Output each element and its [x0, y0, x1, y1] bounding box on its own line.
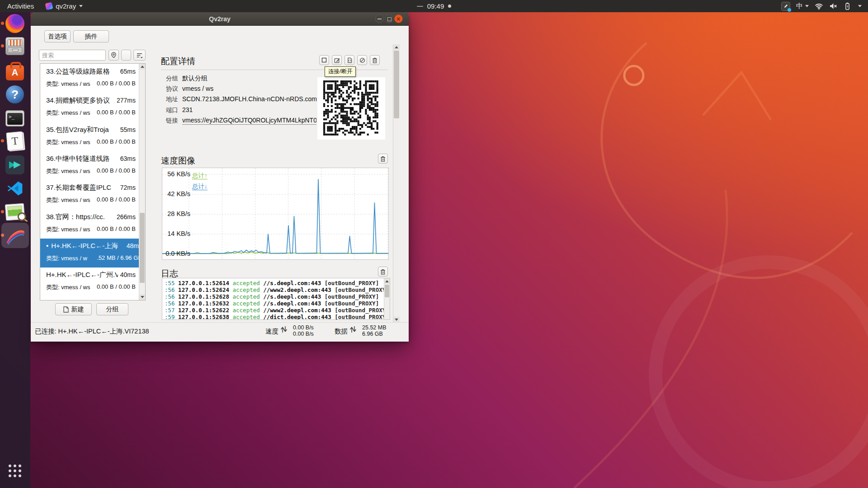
battery-charging-icon [844, 2, 852, 10]
scroll-up-button[interactable] [384, 278, 390, 284]
volume-muted-icon [829, 2, 838, 10]
dock-ubuntu-software[interactable] [5, 61, 25, 81]
app-menu[interactable]: qv2ray [46, 2, 83, 10]
latency-value: 55ms [120, 126, 136, 133]
latency-value: 266ms [117, 213, 136, 221]
circle-slash-icon [359, 57, 365, 63]
list-item[interactable]: •H+.HK←-IPLC←-上海48ms类型: vmess / w.52 MB … [40, 239, 146, 267]
latency-value: 63ms [120, 155, 136, 162]
share-link-button[interactable] [357, 55, 367, 65]
tab-preferences[interactable]: 首选项 [44, 30, 71, 42]
trash-icon [380, 156, 386, 162]
list-item[interactable]: H+.HK←-IPLC←-广州.V40ms类型: vmess / ws0.00 … [40, 267, 139, 296]
main-scrollbar[interactable] [393, 44, 400, 323]
server-list-scrollbar[interactable] [139, 64, 145, 300]
edit-json-button[interactable] [344, 55, 354, 65]
dock-terminal[interactable] [5, 108, 25, 128]
server-traffic: 0.00 B / 0.00 B [97, 167, 136, 175]
scroll-up-button[interactable] [139, 64, 145, 70]
activities-button[interactable]: Activities [5, 2, 36, 10]
scrollbar-thumb[interactable] [385, 285, 389, 297]
system-menu-caret[interactable] [858, 5, 862, 7]
share-link-field[interactable]: vmess://eyJhZGQiOiJTQ0ROLjcyMTM4LkpNT0ZM… [182, 117, 316, 125]
server-name: 38.官网：https://cc. [46, 213, 114, 221]
latency-value: 277ms [117, 97, 136, 104]
sort-button[interactable] [133, 50, 146, 61]
server-traffic: 0.00 B / 0.00 B [97, 109, 136, 117]
latency-value: 72ms [120, 184, 136, 191]
dock-help[interactable] [5, 84, 25, 104]
server-traffic: 0.00 B / 0.00 B [97, 196, 136, 204]
dock-firefox[interactable] [5, 14, 25, 33]
y-axis-tick: 14 KB/s [165, 230, 190, 237]
dock-text-editor[interactable] [5, 131, 25, 151]
server-type: 类型: vmess / ws [46, 283, 90, 291]
top-bar: Activities qv2ray 09:49 中 [0, 0, 868, 12]
qv2ray-window: Qv2ray 首选项 插件 33.公益等级線路嚴格65ms类型: vmess /… [31, 12, 409, 342]
tab-plugins[interactable]: 插件 [73, 30, 109, 42]
input-method-icon[interactable] [781, 2, 790, 11]
field-label: 分组 [166, 75, 178, 83]
dock-qv2ray[interactable] [1, 223, 29, 248]
ime-status-dot [788, 8, 791, 12]
dock-dev-tool[interactable] [5, 155, 25, 175]
latency-test-button[interactable] [108, 50, 119, 61]
clear-chart-button[interactable] [378, 154, 388, 164]
log-line: :56 127.0.0.1:52624 accepted //www2.deep… [165, 286, 390, 293]
new-config-button[interactable]: 新建 [55, 303, 92, 315]
edit-config-button[interactable] [332, 55, 342, 65]
screenshot-icon [5, 203, 25, 221]
close-button[interactable] [394, 14, 403, 23]
app-menu-label: qv2ray [56, 2, 76, 10]
log-line: :56 127.0.0.1:52632 accepted //s.deepl.c… [165, 300, 390, 307]
server-type: 类型: vmess / ws [46, 109, 90, 117]
server-traffic: 0.00 B / 0.00 B [97, 80, 136, 88]
scrollbar-thumb[interactable] [140, 213, 145, 283]
speed-down-value: 0.00 B/s [293, 331, 314, 337]
latency-value: 40ms [120, 271, 136, 278]
sort-icon [136, 52, 143, 58]
dock-file-archiver[interactable] [5, 36, 25, 56]
server-name: 35.包括V2ray和Troja [46, 126, 118, 134]
connect-toggle-button[interactable] [319, 55, 329, 65]
list-item[interactable]: 35.包括V2ray和Troja55ms类型: vmess / ws0.00 B… [40, 122, 139, 151]
list-item[interactable]: 38.官网：https://cc.266ms类型: vmess / ws0.00… [40, 210, 139, 239]
scroll-down-button[interactable] [139, 294, 145, 300]
server-traffic: 0.00 B / 0.00 B [97, 225, 136, 234]
speed-values: 0.00 B/s 0.00 B/s [293, 324, 314, 337]
chevron-down-icon [805, 5, 809, 7]
trash-icon [380, 269, 386, 275]
log-scrollbar[interactable] [384, 278, 390, 319]
group-button[interactable]: 分组 [96, 303, 128, 315]
dock-screenshot-tool[interactable] [5, 202, 25, 222]
legend-total-up[interactable]: 总计↑ [192, 172, 208, 179]
list-item[interactable]: 36.中继中转隧道线路63ms类型: vmess / ws0.00 B / 0.… [40, 151, 139, 180]
list-item[interactable]: 34.捐赠解锁更多协议277ms类型: vmess / ws0.00 B / 0… [40, 93, 139, 122]
search-input[interactable] [39, 50, 106, 61]
window-title: Qv2ray [209, 15, 230, 23]
qv2ray-app-icon [45, 2, 53, 10]
delete-config-button[interactable] [370, 55, 380, 65]
titlebar[interactable]: Qv2ray [31, 12, 409, 26]
list-item[interactable]: H+.SG←-IPLC←-... [40, 296, 139, 300]
legend-total-down[interactable]: 总计↓ [192, 183, 208, 190]
field-label: 地址 [166, 95, 178, 103]
running-indicator [1, 139, 4, 142]
blank-button[interactable] [121, 50, 131, 61]
scrollbar-thumb[interactable] [394, 51, 399, 118]
scroll-up-button[interactable] [393, 44, 400, 50]
server-list: 33.公益等级線路嚴格65ms类型: vmess / ws0.00 B / 0.… [40, 63, 146, 300]
chevron-down-icon [79, 5, 83, 7]
field-label: 端口 [166, 106, 178, 114]
input-method-menu[interactable]: 中 [796, 2, 809, 10]
server-type: 类型: vmess / ws [46, 225, 90, 234]
maximize-button[interactable] [385, 14, 393, 23]
clear-log-button[interactable] [378, 267, 388, 277]
log-output[interactable]: :55 127.0.0.1:52614 accepted //s.deepl.c… [162, 278, 390, 320]
dock-vscode[interactable] [5, 178, 25, 198]
list-item[interactable]: 37.长期套餐覆盖IPLC72ms类型: vmess / ws0.00 B / … [40, 180, 139, 209]
show-applications-button[interactable] [5, 461, 25, 481]
minimize-button[interactable] [375, 14, 384, 23]
square-icon [321, 57, 327, 63]
list-item[interactable]: 33.公益等级線路嚴格65ms类型: vmess / ws0.00 B / 0.… [40, 64, 139, 93]
